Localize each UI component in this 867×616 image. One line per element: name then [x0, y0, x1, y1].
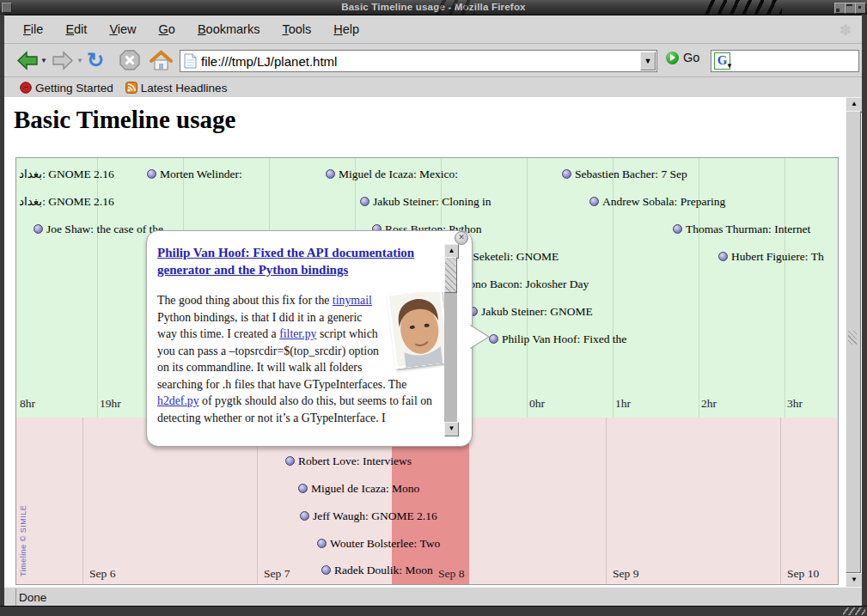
popup-scrollbar[interactable]: ▲ ▼ — [444, 244, 457, 435]
go-icon — [666, 52, 679, 64]
url-bar[interactable]: file:///tmp/LJ/planet.html ▼ — [180, 50, 657, 72]
popup-body-link[interactable]: h2def.py — [157, 394, 199, 407]
page-icon — [184, 53, 197, 69]
resize-grip[interactable] — [843, 607, 865, 615]
titlebar-artifact — [703, 0, 782, 15]
forward-dropdown-icon[interactable]: ▼ — [76, 57, 83, 64]
timeline-event[interactable]: Wouter Bolsterlee: Two — [317, 537, 440, 550]
scroll-down-icon[interactable]: ▼ — [846, 573, 862, 587]
menu-file[interactable]: File — [23, 22, 43, 36]
bookmark-latest-headlines[interactable]: Latest Headlines — [125, 82, 228, 95]
event-dot-icon — [317, 539, 327, 548]
menu-bookmarks[interactable]: Bookmarks — [198, 22, 260, 36]
event-label: Jakub Steiner: GNOME — [481, 305, 593, 319]
timeline-event[interactable]: Radek Doulik: Moon — [321, 564, 433, 576]
event-dot-icon — [718, 252, 728, 261]
timeline-event[interactable]: Philip Van Hoof: Fixed the — [489, 332, 626, 345]
reload-icon: ↻ — [87, 48, 104, 72]
event-label: Sebastien Bacher: 7 Sep — [575, 168, 687, 181]
timeline-event[interactable]: Robert Love: Interviews — [285, 454, 412, 467]
popup-body-text: of pygtk should also do this, but seems … — [157, 394, 432, 424]
titlebar-artifact — [434, 0, 475, 15]
forward-button[interactable]: ▼ — [52, 47, 83, 73]
timeline-event[interactable]: Miguel de Icaza: Mexico: — [326, 168, 458, 180]
back-icon — [15, 51, 39, 70]
timeline-event[interactable]: بغداد: GNOME 2.16 — [16, 195, 114, 208]
scrollbar-grip — [848, 331, 857, 345]
timeline-event[interactable]: Morten Welinder: — [147, 168, 242, 180]
close-button-glyph — [858, 6, 861, 9]
throbber-icon: ✽ — [840, 21, 852, 40]
time-scale-label: 1hr — [615, 397, 631, 411]
nav-toolbar: ▼ ▼ ↻ — [4, 44, 862, 77]
home-button[interactable] — [150, 47, 173, 73]
status-bar: Done — [4, 587, 862, 607]
back-button[interactable]: ▼ — [15, 47, 47, 73]
event-label: Miguel de Icaza: Mono — [311, 482, 419, 496]
time-scale-label: 2hr — [701, 397, 717, 411]
popup-scrollbar-thumb[interactable] — [444, 257, 457, 293]
timeline-event[interactable]: Miguel de Icaza: Mono — [298, 482, 419, 495]
time-scale-label: Sep 10 — [787, 567, 819, 581]
event-popup: Philip Van Hoof: Fixed the API documenta… — [146, 230, 473, 447]
popup-body-link[interactable]: tinymail — [333, 294, 372, 307]
timeline-event[interactable]: Thomas Thurman: Internet — [673, 223, 810, 235]
menu-edit[interactable]: Edit — [65, 22, 87, 36]
menu-view[interactable]: View — [109, 22, 136, 36]
timeline-gridline — [780, 418, 781, 584]
url-dropdown-button[interactable]: ▼ — [640, 52, 656, 70]
event-dot-icon — [321, 565, 331, 575]
forward-icon — [52, 51, 75, 70]
close-button[interactable] — [855, 3, 866, 14]
event-label: Hubert Figuiere: Th — [731, 250, 824, 264]
time-scale-label: 0hr — [529, 397, 545, 411]
menu-accel: H — [333, 22, 342, 36]
timeline-copyright: Timeline © SIMILE — [19, 505, 27, 576]
timeline-event[interactable]: Jeff Waugh: GNOME 2.16 — [300, 509, 437, 522]
back-dropdown-icon[interactable]: ▼ — [40, 57, 47, 64]
time-scale-label: Sep 7 — [264, 567, 290, 581]
timeline-event[interactable]: Andrew Sobala: Preparing — [589, 195, 725, 208]
event-label: Philip Van Hoof: Fixed the — [502, 332, 626, 346]
bookmark-getting-started[interactable]: Getting Started — [20, 82, 113, 95]
search-input[interactable]: G ▼ — [711, 50, 859, 72]
timeline-event[interactable]: Hubert Figuiere: Th — [718, 250, 824, 263]
event-label: بغداد: GNOME 2.16 — [19, 194, 114, 209]
popup-scroll-down-icon[interactable]: ▼ — [444, 422, 459, 436]
timeline-event[interactable]: Jakub Steiner: GNOME — [468, 305, 593, 318]
timeline-event[interactable]: Joe Shaw: the case of the — [34, 223, 163, 235]
timeline-event[interactable]: Sebastien Bacher: 7 Sep — [562, 168, 687, 180]
timeline-event[interactable]: بغداد: GNOME 2.16 — [16, 168, 114, 180]
event-label: Wouter Bolsterlee: Two — [330, 537, 440, 551]
stop-button[interactable] — [119, 47, 141, 73]
event-label: Jono Bacon: Jokosher Day — [465, 278, 589, 291]
popup-body-link[interactable]: filter.py — [279, 327, 316, 340]
scrollbar-thumb[interactable] — [846, 111, 861, 573]
popup-close-icon[interactable]: ✕ — [455, 231, 468, 245]
url-input[interactable]: file:///tmp/LJ/planet.html — [201, 54, 337, 69]
go-button[interactable]: Go — [666, 51, 699, 64]
reload-button[interactable]: ↻ — [87, 47, 104, 73]
event-dot-icon — [285, 456, 295, 466]
author-photo — [387, 292, 444, 369]
popup-title-link[interactable]: Philip Van Hoof: Fixed the API documenta… — [157, 244, 441, 278]
menu-accel: T — [282, 22, 288, 36]
menu-bar: FileEditViewGoBookmarksToolsHelp✽ — [4, 15, 862, 44]
timeline-event[interactable]: Jakub Steiner: Cloning in — [360, 195, 492, 208]
title-bar[interactable]: Basic Timeline usage - Mozilla Firefox — [0, 0, 867, 15]
bookmarks-toolbar: Getting StartedLatest Headlines — [4, 77, 862, 99]
menu-help[interactable]: Help — [333, 22, 359, 36]
menu-tools[interactable]: Tools — [282, 22, 311, 36]
event-dot-icon — [298, 484, 308, 493]
menu-go[interactable]: Go — [159, 22, 175, 36]
timeline-gridline — [785, 158, 785, 418]
event-label: Miguel de Icaza: Mexico: — [339, 168, 458, 181]
window-border-right — [861, 15, 867, 616]
menu-accel: E — [65, 22, 74, 36]
search-engine-dropdown-icon[interactable]: ▼ — [726, 62, 733, 70]
event-label: Jakub Steiner: Cloning in — [373, 195, 492, 209]
event-dot-icon — [34, 224, 43, 234]
bookmark-label: Latest Headlines — [141, 82, 228, 95]
page-scrollbar[interactable]: ▲ ▼ — [846, 97, 861, 587]
page-title: Basic Timeline usage — [14, 106, 235, 134]
